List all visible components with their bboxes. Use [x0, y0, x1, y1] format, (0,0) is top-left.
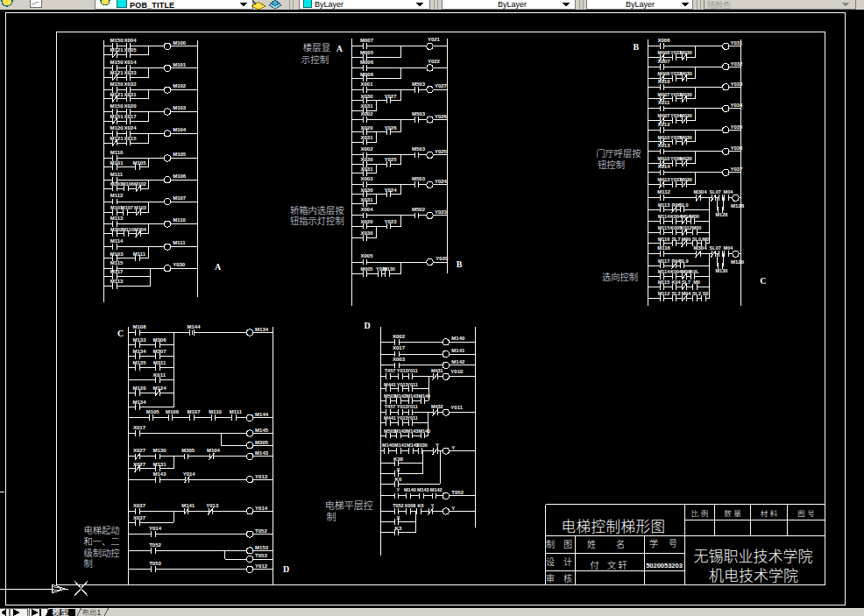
svg-text:K6: K6 [418, 503, 424, 508]
svg-text:M121: M121 [110, 70, 124, 75]
svg-text:SL7: SL7 [671, 237, 680, 242]
svg-text:K012: K012 [680, 225, 691, 230]
svg-text:M114: M114 [110, 238, 124, 244]
svg-text:K3: K3 [395, 526, 402, 531]
svg-text:X030: X030 [360, 230, 373, 236]
svg-text:Y036: Y036 [730, 145, 743, 151]
svg-text:M107: M107 [121, 205, 133, 210]
svg-text:M104: M104 [207, 448, 221, 453]
svg-text:Y011: Y011 [450, 405, 463, 410]
svg-text:模型: 模型 [53, 605, 70, 616]
svg-text:M100: M100 [173, 40, 187, 46]
svg-text:X030: X030 [360, 188, 373, 193]
svg-text:M134: M134 [132, 400, 146, 405]
svg-text:M140: M140 [418, 393, 430, 399]
svg-text:X017: X017 [133, 425, 146, 430]
svg-text:M110: M110 [122, 227, 133, 232]
svg-text:比 例: 比 例 [691, 507, 708, 518]
svg-text:M113: M113 [110, 279, 124, 284]
svg-text:M143: M143 [417, 487, 429, 492]
svg-text:C: C [760, 276, 766, 286]
svg-text:X003: X003 [393, 357, 406, 362]
svg-text:Y012: Y012 [255, 563, 268, 569]
svg-text:M030: M030 [680, 177, 692, 182]
svg-text:X007: X007 [657, 59, 670, 64]
svg-text:X031: X031 [360, 166, 373, 172]
svg-text:M130: M130 [152, 448, 166, 453]
svg-text:M143: M143 [407, 428, 419, 434]
svg-text:M113: M113 [110, 216, 124, 221]
svg-text:X027: X027 [133, 448, 146, 453]
svg-text:M305: M305 [181, 448, 195, 453]
svg-text:Y024: Y024 [384, 188, 397, 193]
svg-text:X030: X030 [416, 443, 428, 448]
svg-text:M142: M142 [394, 428, 407, 434]
svg-text:K6: K6 [395, 477, 402, 482]
svg-text:X032: X032 [124, 81, 137, 87]
svg-text:M502: M502 [412, 207, 426, 212]
svg-text:X014: X014 [657, 164, 670, 169]
svg-text:姓: 姓 [587, 537, 596, 550]
svg-text:M143: M143 [255, 450, 269, 456]
svg-text:X030: X030 [360, 94, 373, 99]
svg-text:M112: M112 [657, 189, 670, 195]
svg-text:X002: X002 [360, 146, 373, 152]
svg-text:Y031: Y031 [730, 40, 743, 46]
svg-text:M030: M030 [680, 135, 692, 140]
svg-text:M150: M150 [110, 38, 124, 43]
svg-text:M111: M111 [173, 240, 186, 245]
svg-text:M145: M145 [255, 428, 269, 433]
svg-text:M304: M304 [693, 189, 707, 195]
svg-text:Y: Y [431, 503, 435, 508]
svg-text:M108: M108 [132, 324, 146, 329]
svg-text:ByLayer: ByLayer [315, 0, 343, 9]
svg-text:M030: M030 [680, 156, 692, 161]
svg-text:M144: M144 [255, 412, 269, 417]
svg-text:X010: X010 [657, 79, 670, 84]
svg-text:选向控制: 选向控制 [602, 270, 638, 283]
svg-text:M121: M121 [110, 136, 124, 141]
svg-text:M304: M304 [134, 227, 147, 232]
svg-text:电梯控制梯形图: 电梯控制梯形图 [562, 515, 666, 536]
svg-text:X020: X020 [124, 103, 137, 109]
svg-text:A: A [336, 44, 343, 53]
svg-text:K04: K04 [671, 280, 681, 285]
svg-text:M301: M301 [110, 181, 123, 187]
svg-text:X020: X020 [360, 125, 373, 131]
svg-text:D: D [283, 564, 289, 574]
svg-text:示控制: 示控制 [301, 53, 329, 66]
svg-text:钮控制: 钮控制 [598, 158, 625, 171]
svg-text:B: B [457, 259, 463, 269]
svg-text:SL0: SL0 [679, 202, 688, 208]
svg-text:M142: M142 [451, 359, 465, 365]
svg-text:POB_TITLE: POB_TITLE [130, 1, 174, 10]
svg-text:X030: X030 [360, 157, 373, 162]
svg-text:制: 制 [327, 509, 336, 523]
svg-text:M111: M111 [230, 409, 243, 414]
svg-text:Y032: Y032 [730, 61, 743, 67]
svg-text:M140: M140 [418, 428, 430, 434]
svg-text:X017: X017 [393, 345, 406, 350]
svg-text:C: C [117, 329, 124, 338]
svg-text:机电技术学院: 机电技术学院 [709, 563, 798, 585]
svg-text:M030: M030 [680, 113, 692, 118]
svg-text:名: 名 [616, 537, 625, 550]
svg-text:Y014: Y014 [149, 526, 162, 531]
svg-text:M503: M503 [412, 176, 426, 181]
svg-text:D: D [364, 321, 370, 330]
svg-text:X013: X013 [657, 143, 670, 148]
svg-text:X017: X017 [124, 114, 137, 119]
svg-text:M04: M04 [724, 189, 734, 195]
svg-text:T052: T052 [451, 490, 464, 495]
svg-text:SL07: SL07 [710, 245, 721, 251]
svg-text:K38: K38 [393, 457, 404, 462]
svg-text:Y011: Y011 [407, 404, 418, 409]
svg-text:X024: X024 [124, 125, 137, 131]
svg-text:X005: X005 [360, 253, 373, 258]
svg-text:T053: T053 [149, 561, 161, 566]
svg-text:Y011: Y011 [407, 415, 418, 421]
svg-text:M112: M112 [110, 193, 124, 198]
svg-text:Y: Y [451, 506, 455, 511]
svg-text:X001: X001 [360, 81, 373, 87]
svg-text:M128: M128 [716, 212, 728, 217]
